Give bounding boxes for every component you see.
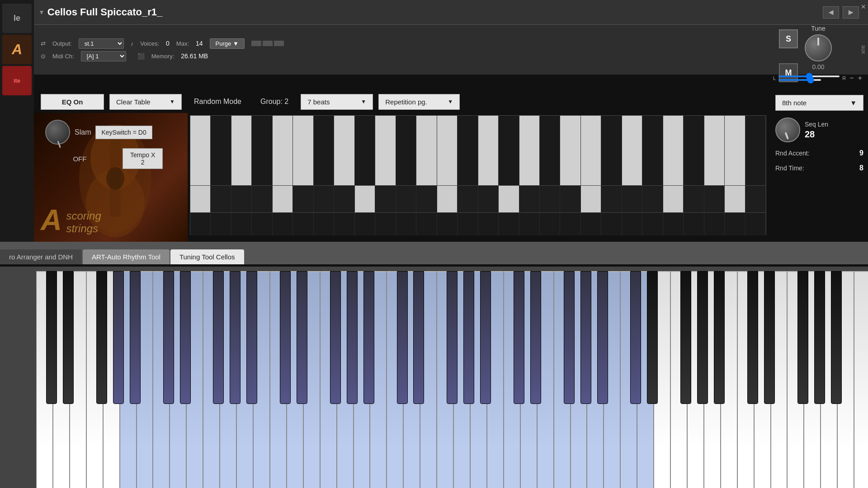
black-key-1-4[interactable] bbox=[230, 271, 241, 404]
seq-bot-cell-10[interactable] bbox=[396, 213, 416, 235]
black-key-3-0[interactable] bbox=[397, 271, 408, 404]
seq-bot-cell-19[interactable] bbox=[581, 213, 601, 235]
seq-mid-cell-23[interactable] bbox=[663, 186, 684, 212]
seq-bot-cell-17[interactable] bbox=[540, 213, 560, 235]
seq-top-cell-13[interactable] bbox=[458, 116, 478, 185]
black-key-4-1[interactable] bbox=[530, 271, 541, 404]
seq-mid-cell-21[interactable] bbox=[622, 186, 642, 212]
black-key-4-4[interactable] bbox=[580, 271, 591, 404]
seq-mid-cell-11[interactable] bbox=[416, 186, 437, 212]
seq-mid-cell-2[interactable] bbox=[231, 186, 252, 212]
seq-bot-cell-4[interactable] bbox=[273, 213, 293, 235]
beats-dropdown[interactable]: 7 beats ▼ bbox=[301, 94, 373, 110]
seq-top-cell-18[interactable] bbox=[560, 116, 580, 185]
black-key-0-4[interactable] bbox=[113, 271, 124, 404]
seq-mid-cell-8[interactable] bbox=[355, 186, 375, 212]
black-key-1-5[interactable] bbox=[246, 271, 257, 404]
seq-top-cell-16[interactable] bbox=[519, 116, 540, 185]
black-key-0-0[interactable] bbox=[46, 271, 57, 404]
seq-bot-cell-18[interactable] bbox=[560, 213, 580, 235]
black-key-4-5[interactable] bbox=[597, 271, 608, 404]
seq-top-cell-1[interactable] bbox=[211, 116, 231, 185]
repetition-dropdown[interactable]: Repetition pg. ▼ bbox=[378, 94, 460, 110]
seq-top-cell-2[interactable] bbox=[231, 116, 252, 185]
seq-top-cell-3[interactable] bbox=[252, 116, 272, 185]
black-key-6-3[interactable] bbox=[797, 271, 808, 404]
seq-top-cell-15[interactable] bbox=[499, 116, 519, 185]
seq-top-cell-14[interactable] bbox=[478, 116, 499, 185]
clear-table-dropdown[interactable]: Clear Table ▼ bbox=[109, 94, 182, 110]
black-key-2-5[interactable] bbox=[363, 271, 374, 404]
black-key-2-4[interactable] bbox=[347, 271, 358, 404]
black-key-3-4[interactable] bbox=[463, 271, 474, 404]
black-key-1-3[interactable] bbox=[213, 271, 224, 404]
black-key-6-0[interactable] bbox=[747, 271, 758, 404]
seq-mid-cell-26[interactable] bbox=[725, 186, 745, 212]
seq-top-cell-10[interactable] bbox=[396, 116, 416, 185]
seq-bot-cell-14[interactable] bbox=[478, 213, 499, 235]
tempo-button[interactable]: Tempo X 2 bbox=[123, 148, 163, 169]
seq-bot-cell-13[interactable] bbox=[458, 213, 478, 235]
black-key-5-3[interactable] bbox=[680, 271, 691, 404]
seq-bot-cell-26[interactable] bbox=[725, 213, 745, 235]
seq-mid-cell-16[interactable] bbox=[519, 186, 540, 212]
seq-mid-cell-13[interactable] bbox=[458, 186, 478, 212]
seq-top-cell-20[interactable] bbox=[601, 116, 622, 185]
seq-mid-cell-14[interactable] bbox=[478, 186, 499, 212]
tune-knob[interactable] bbox=[805, 34, 832, 61]
vol-slider[interactable] bbox=[778, 79, 821, 81]
seq-bot-cell-3[interactable] bbox=[252, 213, 272, 235]
seq-top-cell-25[interactable] bbox=[704, 116, 725, 185]
tab-arranger[interactable]: ro Arranger and DNH bbox=[0, 249, 82, 264]
black-key-1-1[interactable] bbox=[180, 271, 191, 404]
keyswitch-button[interactable]: KeySwitch = D0 bbox=[95, 126, 152, 139]
black-key-2-1[interactable] bbox=[297, 271, 307, 404]
seq-bot-cell-22[interactable] bbox=[642, 213, 663, 235]
seq-top-cell-21[interactable] bbox=[622, 116, 642, 185]
seq-top-cell-23[interactable] bbox=[663, 116, 684, 185]
seq-bot-cell-8[interactable] bbox=[355, 213, 375, 235]
s-button[interactable]: S bbox=[779, 29, 798, 48]
seq-mid-cell-24[interactable] bbox=[684, 186, 704, 212]
seq-bot-cell-11[interactable] bbox=[416, 213, 437, 235]
seq-mid-cell-12[interactable] bbox=[437, 186, 458, 212]
seq-bot-cell-23[interactable] bbox=[663, 213, 684, 235]
seq-top-cell-11[interactable] bbox=[416, 116, 437, 185]
seq-top-cell-19[interactable] bbox=[581, 116, 601, 185]
nav-next-button[interactable]: ► bbox=[843, 6, 859, 19]
seq-top-cell-12[interactable] bbox=[437, 116, 458, 185]
seq-mid-cell-17[interactable] bbox=[540, 186, 560, 212]
seq-mid-cell-25[interactable] bbox=[704, 186, 725, 212]
black-key-5-5[interactable] bbox=[714, 271, 725, 404]
seq-mid-cell-18[interactable] bbox=[560, 186, 580, 212]
output-select[interactable]: st.1 bbox=[79, 38, 124, 49]
seq-mid-cell-3[interactable] bbox=[252, 186, 272, 212]
seq-top-cell-8[interactable] bbox=[355, 116, 375, 185]
seq-top-cell-26[interactable] bbox=[725, 116, 745, 185]
black-key-1-0[interactable] bbox=[163, 271, 174, 404]
tab-art[interactable]: ART-Auto Rhythm Tool bbox=[83, 249, 170, 264]
seq-mid-cell-27[interactable] bbox=[745, 186, 766, 212]
seq-top-cell-6[interactable] bbox=[314, 116, 334, 185]
black-key-6-4[interactable] bbox=[814, 271, 825, 404]
midi-select[interactable]: [A] 1 bbox=[81, 51, 126, 61]
black-key-6-5[interactable] bbox=[831, 271, 842, 404]
seq-mid-cell-7[interactable] bbox=[334, 186, 354, 212]
black-key-5-1[interactable] bbox=[647, 271, 658, 404]
seq-top-cell-4[interactable] bbox=[273, 116, 293, 185]
black-key-3-1[interactable] bbox=[413, 271, 424, 404]
seq-top-cell-7[interactable] bbox=[334, 116, 354, 185]
black-key-6-1[interactable] bbox=[764, 271, 775, 404]
seq-top-cell-5[interactable] bbox=[293, 116, 313, 185]
seq-mid-cell-4[interactable] bbox=[273, 186, 293, 212]
black-key-0-5[interactable] bbox=[130, 271, 141, 404]
black-key-0-3[interactable] bbox=[96, 271, 107, 404]
black-key-3-3[interactable] bbox=[447, 271, 458, 404]
seq-bot-cell-9[interactable] bbox=[375, 213, 396, 235]
close-button[interactable]: × bbox=[861, 2, 866, 12]
purge-button[interactable]: Purge ▼ bbox=[210, 38, 245, 49]
black-key-4-3[interactable] bbox=[564, 271, 575, 404]
tab-tuning[interactable]: Tuning Tool Cellos bbox=[170, 249, 244, 264]
seq-bot-cell-21[interactable] bbox=[622, 213, 642, 235]
seq-len-knob[interactable] bbox=[775, 117, 800, 142]
